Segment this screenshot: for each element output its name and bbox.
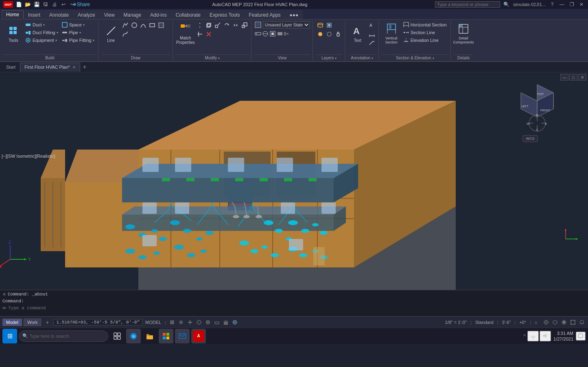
cmd-pencil-icon[interactable]: ✏ <box>2 305 7 311</box>
match-props-btn[interactable]: MatchProperties <box>176 21 195 46</box>
scale-btn[interactable]: 1/8" = 1'-0" <box>444 319 468 325</box>
vp-minimize[interactable]: — <box>560 74 568 80</box>
share-btn[interactable]: ✈ Share <box>78 1 85 8</box>
work-tab[interactable]: Work <box>24 319 41 326</box>
vertical-section-btn[interactable]: VerticalSection <box>382 21 401 46</box>
mirror-btn[interactable] <box>232 21 240 29</box>
fullscreen-btn[interactable] <box>569 319 577 326</box>
hatch-btn[interactable] <box>157 21 165 29</box>
elevation-line-btn[interactable]: Elevation Line <box>402 37 448 44</box>
section-line-btn[interactable]: Section Line <box>402 29 448 36</box>
equipment-btn[interactable]: Equipment ▾ <box>24 37 59 44</box>
detail-components-btn[interactable]: DetailComponents <box>454 21 473 46</box>
stretch-btn[interactable] <box>214 21 222 29</box>
layer-lock-btn[interactable] <box>334 30 342 38</box>
tab-more[interactable]: ●●● <box>285 10 303 19</box>
cmd-input[interactable] <box>8 306 586 311</box>
polar-btn[interactable] <box>195 319 203 326</box>
snap-btn[interactable] <box>177 319 185 326</box>
add-layout-btn[interactable]: + <box>43 318 52 327</box>
object-snap-btn[interactable] <box>204 319 212 326</box>
tab-express[interactable]: Express Tools <box>205 10 244 19</box>
zero-plus-btn[interactable]: +0° <box>518 319 527 325</box>
minimize-btn[interactable]: — <box>559 1 565 8</box>
autocad-taskbar-btn[interactable]: A <box>191 329 206 343</box>
dimension-btn[interactable] <box>368 30 376 38</box>
layer-props-btn[interactable] <box>316 21 324 29</box>
arc-btn[interactable] <box>139 21 147 29</box>
file-explorer-btn[interactable] <box>142 329 157 343</box>
pipe-dropdown[interactable]: ▾ <box>79 31 81 35</box>
vp-maximize[interactable]: □ <box>569 74 577 80</box>
workspace-btn[interactable] <box>542 319 550 326</box>
network-icon[interactable] <box>527 331 539 341</box>
task-view-btn[interactable] <box>110 329 125 343</box>
move-btn[interactable] <box>196 21 204 29</box>
duct-fitting-dropdown[interactable]: ▾ <box>57 31 58 35</box>
layer-off-btn[interactable] <box>325 30 333 38</box>
leader-btn[interactable] <box>368 38 376 46</box>
rotate-btn[interactable] <box>223 21 231 29</box>
search-input[interactable] <box>435 1 500 8</box>
space-dropdown[interactable]: ▾ <box>83 23 85 27</box>
spline-btn[interactable] <box>121 30 129 38</box>
duct-dropdown[interactable]: ▾ <box>43 23 45 27</box>
tab-collaborate[interactable]: Collaborate <box>171 10 205 19</box>
notification-sys[interactable] <box>576 332 586 341</box>
copy-btn[interactable] <box>205 21 213 29</box>
erase-btn[interactable] <box>205 30 213 38</box>
taskbar-clock[interactable]: 3:31 AM 1/27/2021 <box>552 330 575 342</box>
new-btn[interactable]: 📄 <box>15 1 22 8</box>
start-button[interactable]: ⊞ <box>2 329 17 343</box>
layer-on-btn[interactable] <box>316 30 324 38</box>
line-btn[interactable]: Line <box>102 21 120 46</box>
duct-fitting-btn[interactable]: Duct Fitting ▾ <box>24 29 59 36</box>
circle-btn[interactable] <box>130 21 138 29</box>
vp-close[interactable]: ✕ <box>578 74 586 80</box>
transparency-btn[interactable] <box>231 319 238 326</box>
restore-btn[interactable]: ❐ <box>568 1 575 8</box>
search-btn[interactable]: 🔍 <box>503 1 510 8</box>
add-tab-btn[interactable]: + <box>80 63 89 72</box>
open-btn[interactable]: 📂 <box>24 1 31 8</box>
save-btn[interactable]: 💾 <box>33 1 40 8</box>
standard-btn[interactable]: Standard <box>474 319 495 325</box>
model-space-btn[interactable]: MODEL <box>144 319 162 325</box>
duct-btn[interactable]: Duct ▾ <box>24 21 59 28</box>
save-as-btn[interactable]: 🖫 <box>42 1 49 8</box>
rect-btn[interactable] <box>148 21 156 29</box>
tab-close-btn[interactable]: ✕ <box>72 65 76 69</box>
polyline-btn[interactable] <box>121 21 129 29</box>
layer-state-dropdown[interactable]: Unsaved Layer State <box>263 21 310 28</box>
tab-start[interactable]: Start <box>2 63 20 72</box>
isolate-btn[interactable] <box>560 319 568 326</box>
close-btn[interactable]: ✕ <box>578 1 585 8</box>
tab-hvac-plan[interactable]: First Floor HVAC Plan* ✕ <box>20 63 80 72</box>
pipe-fitting-dropdown[interactable]: ▾ <box>93 39 94 42</box>
edge-browser-btn[interactable] <box>126 329 141 343</box>
text-btn[interactable]: A Text <box>348 21 367 46</box>
model-tab[interactable]: Model <box>2 319 22 326</box>
mail-btn[interactable] <box>175 329 190 343</box>
ortho-btn[interactable] <box>186 319 194 326</box>
scale-btn[interactable] <box>240 21 249 29</box>
print-btn[interactable]: 🖨 <box>51 1 58 8</box>
dynmode-btn[interactable]: + <box>213 319 221 326</box>
grid-btn[interactable] <box>168 319 176 326</box>
tab-annotate[interactable]: Annotate <box>45 10 73 19</box>
help-btn[interactable]: ? <box>549 1 555 8</box>
store-btn[interactable] <box>159 329 173 343</box>
layer-iso-btn[interactable] <box>325 21 333 29</box>
horizontal-section-btn[interactable]: Horizontal Section <box>402 21 448 28</box>
tab-home[interactable]: Home <box>2 10 24 19</box>
trim-btn[interactable] <box>196 30 204 38</box>
undo-btn[interactable]: ↩ <box>60 1 67 8</box>
hardware-accel-btn[interactable] <box>551 319 559 326</box>
pipe-btn[interactable]: Pipe ▾ <box>60 29 96 36</box>
taskbar-search[interactable]: 🔍 Type here to search <box>19 330 108 342</box>
volume-icon[interactable] <box>540 331 551 341</box>
dim-value-btn[interactable]: 3'-6" <box>501 319 512 325</box>
tab-addins[interactable]: Add-ins <box>146 10 171 19</box>
space-btn[interactable]: Space ▾ <box>60 21 96 28</box>
lineweight-btn[interactable] <box>222 319 230 326</box>
